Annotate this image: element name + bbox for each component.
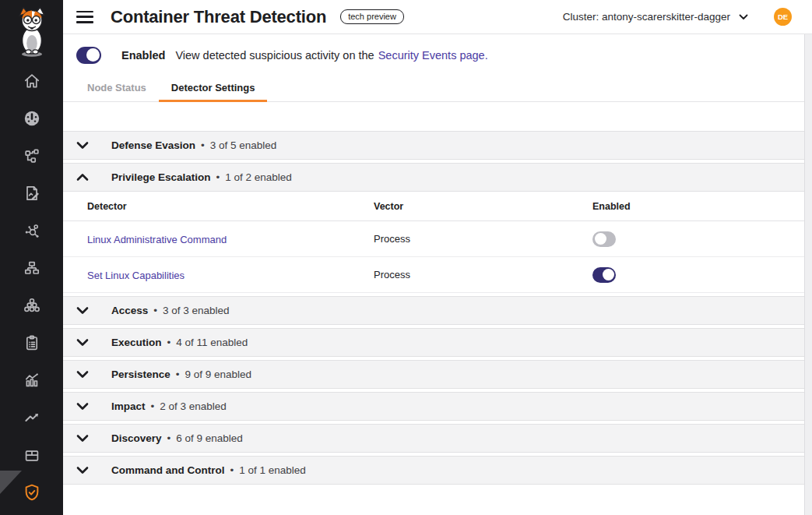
detector-link-set-linux-capabilities[interactable]: Set Linux Capabilities [87, 270, 185, 281]
sidebar-item-clusters[interactable] [0, 287, 63, 324]
home-icon [23, 72, 41, 90]
enable-banner: Enabled View detected suspicious activit… [63, 34, 812, 76]
threat-detection-enabled-toggle[interactable] [76, 47, 101, 64]
calico-cat-logo[interactable] [0, 6, 63, 58]
container-threat-detection-page: Container Threat Detection tech preview … [0, 0, 812, 515]
vector-value: Process [374, 269, 592, 280]
detector-toggle-linux-administrative-command[interactable] [592, 231, 616, 247]
sidebar-item-trends[interactable] [0, 399, 63, 436]
chevron-down-icon [76, 433, 89, 443]
sidebar-item-dashboards[interactable] [0, 100, 63, 137]
trend-arrow-icon [23, 408, 41, 427]
document-edit-icon [23, 184, 41, 203]
accordion-section-privilege-escalation[interactable]: Privilege Escalation • 1 of 2 enabled [63, 163, 804, 192]
detector-toggle-set-linux-capabilities[interactable] [592, 267, 616, 283]
tab-node-status[interactable]: Node Status [75, 76, 159, 102]
org-chart-icon [23, 259, 41, 277]
accordion-section-access[interactable]: Access • 3 of 3 enabled [63, 296, 804, 325]
sidebar-item-activity[interactable] [0, 362, 63, 399]
column-header-detector: Detector [63, 201, 374, 212]
box-icon [23, 446, 41, 464]
detector-categories-list: Defense Evasion • 3 of 5 enabled Privile… [63, 131, 804, 485]
detector-table: Detector Vector Enabled Linux Administra… [63, 192, 804, 293]
sidebar-item-policies[interactable] [0, 175, 63, 212]
accordion-section-discovery[interactable]: Discovery • 6 of 9 enabled [63, 424, 804, 453]
sidebar-item-home[interactable] [0, 62, 63, 100]
chevron-down-icon [76, 140, 89, 150]
sidebar [0, 0, 63, 515]
chevron-down-icon [739, 14, 748, 20]
sidebar-corner-notch [0, 471, 22, 494]
gauge-icon [23, 109, 41, 128]
page-title: Container Threat Detection [111, 7, 326, 27]
enabled-description: View detected suspicious activity on the [175, 49, 374, 62]
enabled-label: Enabled [121, 49, 165, 62]
circle-cluster-icon [23, 296, 41, 315]
detector-table-header: Detector Vector Enabled [63, 192, 804, 221]
top-bar: Container Threat Detection tech preview … [63, 0, 812, 34]
column-header-enabled: Enabled [592, 201, 804, 212]
shield-check-icon [22, 482, 42, 503]
chevron-down-icon [76, 465, 89, 475]
chevron-down-icon [76, 337, 89, 347]
sidebar-item-network-sets[interactable] [0, 249, 63, 287]
tab-bar: Node Status Detector Settings [63, 76, 804, 102]
tab-detector-settings[interactable]: Detector Settings [159, 76, 268, 102]
sidebar-item-compliance[interactable] [0, 324, 63, 362]
cluster-selector[interactable]: Cluster: antony-scarerskitter-dagger [563, 11, 748, 23]
table-row: Linux Administrative Command Process [63, 221, 804, 257]
tech-preview-badge: tech preview [340, 9, 404, 24]
chevron-down-icon [76, 369, 89, 379]
chevron-down-icon [76, 401, 89, 411]
column-header-vector: Vector [374, 201, 592, 212]
chevron-down-icon [76, 305, 89, 316]
main-content: Container Threat Detection tech preview … [63, 0, 812, 515]
molecule-icon [23, 221, 41, 240]
content-spacer [63, 102, 812, 131]
clipboard-icon [23, 333, 41, 352]
cluster-selector-label: Cluster: antony-scarerskitter-dagger [563, 11, 730, 23]
scrollbar-gutter[interactable] [804, 34, 812, 515]
detector-link-linux-administrative-command[interactable]: Linux Administrative Command [87, 234, 227, 245]
calico-cat-logo-image [12, 6, 52, 58]
hamburger-menu-icon[interactable] [76, 11, 93, 23]
service-graph-icon [23, 146, 41, 165]
accordion-section-execution[interactable]: Execution • 4 of 11 enabled [63, 328, 804, 357]
sidebar-item-image-assurance[interactable] [0, 436, 63, 474]
chevron-up-icon [76, 172, 89, 182]
accordion-section-command-and-control[interactable]: Command and Control • 1 of 1 enabled [63, 456, 804, 485]
sidebar-item-endpoints[interactable] [0, 212, 63, 249]
table-row: Set Linux Capabilities Process [63, 257, 804, 293]
accordion-section-defense-evasion[interactable]: Defense Evasion • 3 of 5 enabled [63, 131, 804, 160]
sidebar-item-service-graph[interactable] [0, 137, 63, 175]
accordion-section-impact[interactable]: Impact • 2 of 3 enabled [63, 392, 804, 421]
vector-value: Process [374, 233, 592, 245]
security-events-page-link[interactable]: Security Events page. [378, 49, 488, 62]
bar-chart-icon [23, 371, 41, 390]
user-avatar[interactable]: DE [774, 8, 792, 26]
sidebar-nav [0, 62, 63, 511]
accordion-section-persistence[interactable]: Persistence • 9 of 9 enabled [63, 360, 804, 389]
